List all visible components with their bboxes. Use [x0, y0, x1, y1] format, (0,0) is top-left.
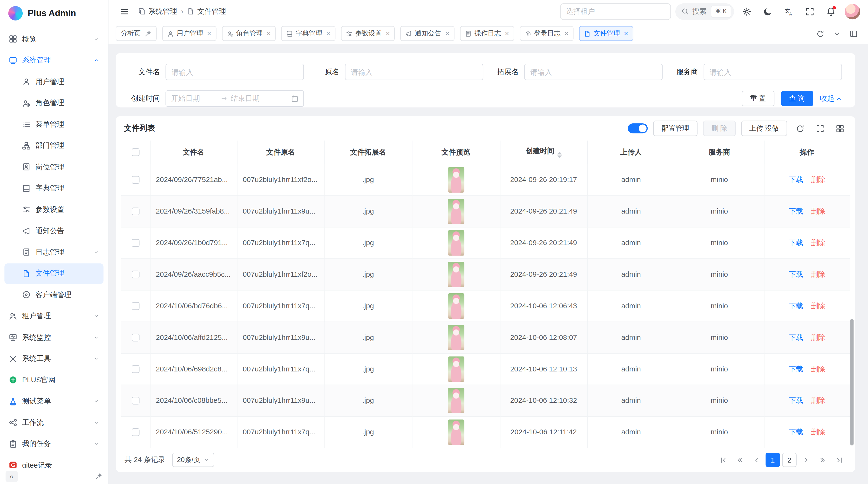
sidebar-item[interactable]: 参数设置	[4, 199, 103, 220]
sidebar-item[interactable]: 部门管理	[4, 135, 103, 156]
layout-toggle-button[interactable]	[846, 26, 861, 41]
page-prev-group-button[interactable]	[732, 453, 747, 467]
download-link[interactable]: 下载	[789, 364, 803, 374]
download-link[interactable]: 下载	[789, 427, 803, 437]
row-checkbox[interactable]	[132, 207, 140, 215]
download-link[interactable]: 下载	[789, 269, 803, 279]
breadcrumb-item[interactable]: 文件管理	[187, 6, 226, 16]
sidebar-item[interactable]: 概览	[4, 29, 103, 49]
file-preview-image[interactable]	[447, 230, 464, 256]
tab-item[interactable]: 参数设置×	[341, 26, 395, 41]
tab-menu-button[interactable]	[830, 26, 844, 41]
page-next-group-button[interactable]	[815, 453, 830, 467]
file-preview-image[interactable]	[447, 293, 464, 319]
delete-link[interactable]: 删除	[811, 301, 825, 311]
row-checkbox[interactable]	[132, 270, 140, 278]
sidebar-collapse-button[interactable]: «	[5, 471, 18, 482]
download-link[interactable]: 下载	[789, 301, 803, 311]
download-link[interactable]: 下载	[789, 238, 803, 248]
tab-close-icon[interactable]: ×	[267, 30, 271, 37]
page-number-button[interactable]: 1	[766, 453, 780, 467]
tab-item[interactable]: 操作日志×	[460, 26, 514, 41]
sidebar-item[interactable]: PLUS官网	[4, 370, 103, 390]
app-logo[interactable]: Plus Admin	[0, 0, 108, 27]
sidebar-item[interactable]: 日志管理	[4, 242, 103, 262]
tab-item[interactable]: 登录日志×	[520, 26, 574, 41]
query-button[interactable]: 查 询	[781, 91, 813, 106]
tab-close-icon[interactable]: ×	[624, 30, 628, 37]
filter-field-input[interactable]	[704, 64, 842, 80]
fullscreen-button[interactable]	[802, 3, 818, 20]
sidebar-item[interactable]: 文件管理	[4, 263, 103, 284]
column-settings-button[interactable]	[833, 121, 847, 136]
delete-link[interactable]: 删除	[811, 364, 825, 374]
row-checkbox[interactable]	[132, 176, 140, 184]
delete-link[interactable]: 删除	[811, 174, 825, 184]
delete-link[interactable]: 删除	[811, 427, 825, 437]
settings-button[interactable]	[739, 3, 755, 20]
file-preview-image[interactable]	[447, 167, 464, 192]
row-checkbox[interactable]	[132, 333, 140, 341]
tab-item[interactable]: 分析页	[116, 26, 157, 41]
tab-item[interactable]: 角色管理×	[222, 26, 276, 41]
row-checkbox[interactable]	[132, 302, 140, 310]
upload-button[interactable]: 上传 没做	[741, 121, 787, 136]
delete-link[interactable]: 删除	[811, 332, 825, 342]
sidebar-item[interactable]: 字典管理	[4, 178, 103, 198]
refresh-page-button[interactable]	[813, 26, 828, 41]
sidebar-item[interactable]: 系统监控	[4, 327, 103, 348]
sidebar-item[interactable]: 租户管理	[4, 305, 103, 326]
sidebar-item[interactable]: 系统管理	[4, 50, 103, 71]
file-preview-image[interactable]	[447, 261, 464, 287]
download-link[interactable]: 下载	[789, 332, 803, 342]
tab-close-icon[interactable]: ×	[326, 30, 330, 37]
date-range-picker[interactable]: 开始日期 结束日期	[165, 90, 304, 107]
delete-link[interactable]: 删除	[811, 269, 825, 279]
theme-toggle-button[interactable]	[760, 3, 776, 20]
sidebar-pin-icon[interactable]	[95, 473, 102, 480]
delete-link[interactable]: 删除	[811, 238, 825, 248]
pin-icon[interactable]	[145, 30, 152, 37]
file-preview-image[interactable]	[447, 419, 464, 445]
delete-link[interactable]: 删除	[811, 206, 825, 216]
filter-field-input[interactable]	[165, 64, 304, 80]
select-all-checkbox[interactable]	[132, 148, 140, 156]
row-checkbox[interactable]	[132, 396, 140, 404]
file-preview-image[interactable]	[447, 198, 464, 224]
sidebar-item[interactable]: 角色管理	[4, 93, 103, 113]
page-prev-button[interactable]	[749, 453, 763, 467]
row-checkbox[interactable]	[132, 428, 140, 436]
page-next-button[interactable]	[799, 453, 813, 467]
sidebar-item[interactable]: 菜单管理	[4, 114, 103, 134]
sidebar-item[interactable]: 岗位管理	[4, 157, 103, 177]
sidebar-item[interactable]: 工作流	[4, 412, 103, 433]
search-panel-toggle[interactable]	[628, 123, 648, 133]
tab-close-icon[interactable]: ×	[564, 30, 568, 37]
menu-toggle-button[interactable]	[116, 3, 133, 20]
sidebar-item[interactable]: 测试菜单	[4, 391, 103, 412]
filter-field-input[interactable]	[524, 64, 662, 80]
reset-button[interactable]: 重 置	[742, 91, 774, 106]
language-button[interactable]: 文A	[780, 3, 797, 20]
config-button[interactable]: 配置管理	[653, 121, 698, 136]
filter-field-input[interactable]	[345, 64, 483, 80]
sidebar-item[interactable]: 我的任务	[4, 433, 103, 454]
page-first-button[interactable]	[716, 453, 730, 467]
collapse-filters-link[interactable]: 收起	[820, 94, 842, 103]
tab-close-icon[interactable]: ×	[505, 30, 509, 37]
delete-link[interactable]: 删除	[811, 395, 825, 405]
tab-item[interactable]: 文件管理×	[579, 26, 633, 41]
file-preview-image[interactable]	[447, 356, 464, 382]
row-checkbox[interactable]	[132, 365, 140, 373]
download-link[interactable]: 下载	[789, 174, 803, 184]
page-number-button[interactable]: 2	[782, 453, 797, 467]
tab-item[interactable]: 通知公告×	[401, 26, 455, 41]
delete-button[interactable]: 删 除	[703, 121, 735, 136]
tab-item[interactable]: 用户管理×	[162, 26, 216, 41]
tenant-select[interactable]: 选择租户	[560, 3, 671, 20]
tab-close-icon[interactable]: ×	[445, 30, 450, 37]
file-preview-image[interactable]	[447, 325, 464, 350]
page-size-select[interactable]: 20条/页	[172, 453, 214, 467]
download-link[interactable]: 下载	[789, 206, 803, 216]
sidebar-item[interactable]: gitee记录	[4, 455, 103, 467]
